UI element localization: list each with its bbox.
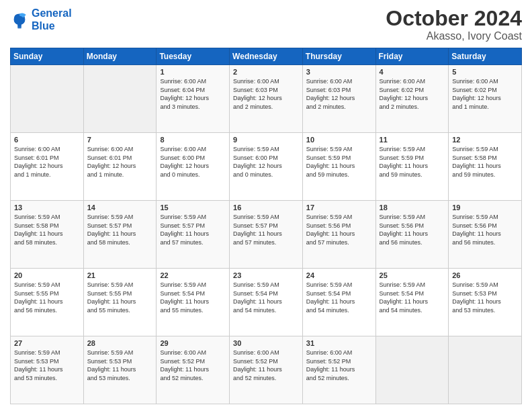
calendar-day-cell: 5Sunrise: 6:00 AM Sunset: 6:02 PM Daylig… [449, 65, 522, 133]
calendar-day-cell: 10Sunrise: 5:59 AM Sunset: 5:59 PM Dayli… [302, 133, 375, 201]
calendar-day-cell: 16Sunrise: 5:59 AM Sunset: 5:57 PM Dayli… [230, 201, 303, 269]
calendar-weekday-header: Thursday [302, 48, 375, 65]
day-number: 16 [233, 203, 299, 212]
calendar-weekday-header: Friday [375, 48, 449, 65]
day-info: Sunrise: 6:00 AM Sunset: 6:03 PM Dayligh… [233, 77, 299, 111]
day-number: 10 [306, 136, 372, 144]
day-info: Sunrise: 5:59 AM Sunset: 5:54 PM Dayligh… [306, 281, 372, 314]
calendar-day-cell: 17Sunrise: 5:59 AM Sunset: 5:56 PM Dayli… [302, 201, 375, 269]
day-number: 24 [306, 271, 372, 279]
calendar-day-cell: 13Sunrise: 5:59 AM Sunset: 5:58 PM Dayli… [11, 201, 84, 269]
day-number: 20 [14, 271, 80, 279]
day-number: 18 [380, 203, 445, 212]
calendar-week-row: 1Sunrise: 6:00 AM Sunset: 6:04 PM Daylig… [11, 65, 522, 133]
day-info: Sunrise: 6:00 AM Sunset: 6:04 PM Dayligh… [160, 77, 226, 111]
calendar-header-row: SundayMondayTuesdayWednesdayThursdayFrid… [11, 48, 522, 65]
day-number: 27 [14, 339, 80, 347]
day-number: 21 [87, 271, 153, 279]
calendar-weekday-header: Sunday [11, 48, 84, 65]
calendar-day-cell: 26Sunrise: 5:59 AM Sunset: 5:53 PM Dayli… [449, 269, 522, 336]
day-info: Sunrise: 5:59 AM Sunset: 5:56 PM Dayligh… [452, 213, 518, 246]
day-info: Sunrise: 6:00 AM Sunset: 6:00 PM Dayligh… [160, 145, 226, 179]
calendar-subtitle: Akasso, Ivory Coast [386, 30, 522, 42]
page: General Blue October 2024 Akasso, Ivory … [0, 0, 532, 411]
calendar-day-cell: 4Sunrise: 6:00 AM Sunset: 6:02 PM Daylig… [375, 65, 449, 133]
calendar-day-cell: 15Sunrise: 5:59 AM Sunset: 5:57 PM Dayli… [157, 201, 230, 269]
day-info: Sunrise: 5:59 AM Sunset: 5:55 PM Dayligh… [87, 281, 153, 314]
calendar-day-cell [83, 65, 157, 133]
calendar-day-cell: 21Sunrise: 5:59 AM Sunset: 5:55 PM Dayli… [83, 269, 157, 336]
calendar-day-cell [449, 336, 522, 404]
day-number: 3 [306, 68, 372, 76]
day-number: 25 [380, 271, 445, 279]
calendar-day-cell: 14Sunrise: 5:59 AM Sunset: 5:57 PM Dayli… [83, 201, 157, 269]
day-number: 4 [380, 68, 445, 76]
day-number: 31 [306, 339, 372, 347]
day-info: Sunrise: 5:59 AM Sunset: 5:56 PM Dayligh… [306, 213, 372, 246]
logo-line1: General [32, 7, 72, 19]
day-info: Sunrise: 5:59 AM Sunset: 5:57 PM Dayligh… [233, 213, 299, 246]
calendar-weekday-header: Saturday [449, 48, 522, 65]
calendar-day-cell: 3Sunrise: 6:00 AM Sunset: 6:03 PM Daylig… [302, 65, 375, 133]
calendar-day-cell: 27Sunrise: 5:59 AM Sunset: 5:53 PM Dayli… [11, 336, 84, 404]
day-info: Sunrise: 6:00 AM Sunset: 5:52 PM Dayligh… [306, 349, 372, 382]
calendar-day-cell: 24Sunrise: 5:59 AM Sunset: 5:54 PM Dayli… [302, 269, 375, 336]
calendar-day-cell: 19Sunrise: 5:59 AM Sunset: 5:56 PM Dayli… [449, 201, 522, 269]
calendar-day-cell: 29Sunrise: 6:00 AM Sunset: 5:52 PM Dayli… [157, 336, 230, 404]
day-info: Sunrise: 5:59 AM Sunset: 5:53 PM Dayligh… [87, 349, 153, 382]
day-info: Sunrise: 5:59 AM Sunset: 5:53 PM Dayligh… [452, 281, 518, 314]
day-info: Sunrise: 5:59 AM Sunset: 5:54 PM Dayligh… [160, 281, 226, 314]
day-info: Sunrise: 6:00 AM Sunset: 6:01 PM Dayligh… [14, 145, 80, 179]
day-info: Sunrise: 5:59 AM Sunset: 5:57 PM Dayligh… [160, 213, 226, 246]
day-number: 26 [452, 271, 518, 279]
day-info: Sunrise: 6:00 AM Sunset: 6:02 PM Dayligh… [380, 77, 445, 111]
logo: General Blue [10, 7, 72, 32]
calendar-weekday-header: Monday [83, 48, 157, 65]
day-info: Sunrise: 5:59 AM Sunset: 5:55 PM Dayligh… [14, 281, 80, 314]
calendar-day-cell: 2Sunrise: 6:00 AM Sunset: 6:03 PM Daylig… [230, 65, 303, 133]
calendar-day-cell: 18Sunrise: 5:59 AM Sunset: 5:56 PM Dayli… [375, 201, 449, 269]
calendar-day-cell: 22Sunrise: 5:59 AM Sunset: 5:54 PM Dayli… [157, 269, 230, 336]
day-number: 8 [160, 136, 226, 144]
day-info: Sunrise: 6:00 AM Sunset: 6:01 PM Dayligh… [87, 145, 153, 179]
day-number: 14 [87, 203, 153, 212]
calendar-week-row: 13Sunrise: 5:59 AM Sunset: 5:58 PM Dayli… [11, 201, 522, 269]
calendar-day-cell: 30Sunrise: 6:00 AM Sunset: 5:52 PM Dayli… [230, 336, 303, 404]
calendar-weekday-header: Wednesday [230, 48, 303, 65]
calendar-day-cell: 9Sunrise: 5:59 AM Sunset: 6:00 PM Daylig… [230, 133, 303, 201]
day-info: Sunrise: 6:00 AM Sunset: 6:02 PM Dayligh… [452, 77, 518, 111]
day-info: Sunrise: 5:59 AM Sunset: 5:56 PM Dayligh… [380, 213, 445, 246]
day-number: 15 [160, 203, 226, 212]
day-number: 12 [452, 136, 518, 144]
day-info: Sunrise: 5:59 AM Sunset: 5:59 PM Dayligh… [306, 145, 372, 179]
day-info: Sunrise: 5:59 AM Sunset: 5:53 PM Dayligh… [14, 349, 80, 382]
calendar-day-cell: 6Sunrise: 6:00 AM Sunset: 6:01 PM Daylig… [11, 133, 84, 201]
logo-icon [10, 10, 29, 29]
calendar-week-row: 27Sunrise: 5:59 AM Sunset: 5:53 PM Dayli… [11, 336, 522, 404]
day-info: Sunrise: 5:59 AM Sunset: 5:59 PM Dayligh… [380, 145, 445, 179]
day-number: 9 [233, 136, 299, 144]
calendar-weekday-header: Tuesday [157, 48, 230, 65]
calendar-day-cell: 28Sunrise: 5:59 AM Sunset: 5:53 PM Dayli… [83, 336, 157, 404]
logo-text: General Blue [32, 7, 72, 32]
calendar-week-row: 20Sunrise: 5:59 AM Sunset: 5:55 PM Dayli… [11, 269, 522, 336]
calendar-day-cell: 7Sunrise: 6:00 AM Sunset: 6:01 PM Daylig… [83, 133, 157, 201]
day-number: 13 [14, 203, 80, 212]
day-number: 7 [87, 136, 153, 144]
header: General Blue October 2024 Akasso, Ivory … [10, 7, 522, 42]
svg-rect-0 [17, 27, 21, 28]
calendar-title: October 2024 [386, 7, 522, 30]
day-number: 5 [452, 68, 518, 76]
calendar-table: SundayMondayTuesdayWednesdayThursdayFrid… [10, 48, 522, 404]
calendar-day-cell: 25Sunrise: 5:59 AM Sunset: 5:54 PM Dayli… [375, 269, 449, 336]
day-number: 19 [452, 203, 518, 212]
day-number: 6 [14, 136, 80, 144]
calendar-day-cell: 20Sunrise: 5:59 AM Sunset: 5:55 PM Dayli… [11, 269, 84, 336]
calendar-day-cell [375, 336, 449, 404]
calendar-day-cell [11, 65, 84, 133]
day-number: 22 [160, 271, 226, 279]
day-info: Sunrise: 6:00 AM Sunset: 6:03 PM Dayligh… [306, 77, 372, 111]
day-number: 1 [160, 68, 226, 76]
day-info: Sunrise: 5:59 AM Sunset: 5:54 PM Dayligh… [380, 281, 445, 314]
day-number: 2 [233, 68, 299, 76]
